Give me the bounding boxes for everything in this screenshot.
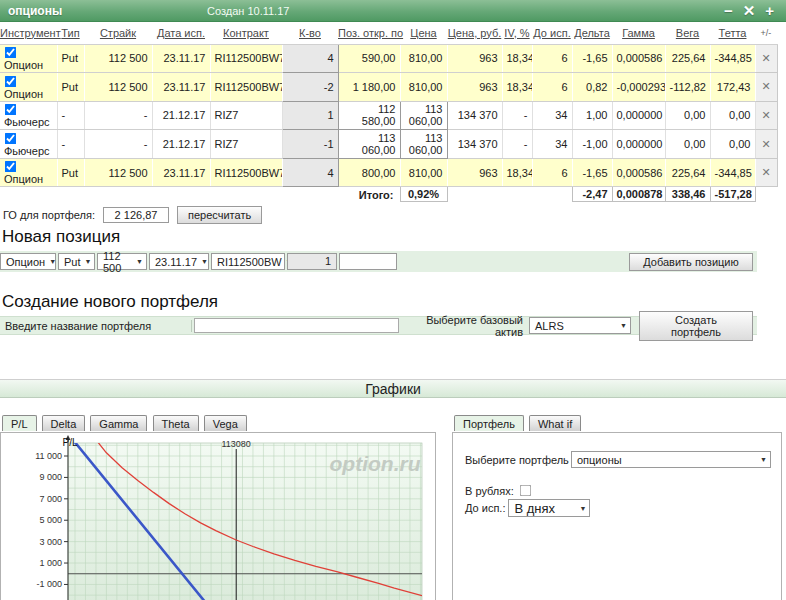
cell-open_price: 590,00 [338,44,400,73]
portfolio-name-input[interactable] [194,318,399,333]
cell-strike: 112 500 [84,158,152,187]
chevron-down-icon: ▼ [49,258,56,265]
created-date: Создан 10.11.17 [207,5,289,17]
contract-select[interactable]: RI112500BW▼ [211,253,285,270]
col-open-price[interactable]: Поз. откр. по [338,22,400,44]
delete-row-icon[interactable]: ✕ [755,101,777,130]
create-portfolio-button[interactable]: Создать портфель [639,311,753,341]
quantity-field[interactable]: 1 [287,253,337,270]
chart-title: P/L [62,437,77,448]
col-vega[interactable]: Вега [665,22,710,44]
cell-days: 6 [532,44,572,73]
cell-gamma: 0,000000 [612,130,665,159]
rubles-checkbox[interactable] [519,485,531,497]
open-price-field[interactable] [339,253,397,270]
col-price-rub[interactable]: Цена, руб. [447,22,502,44]
cell-type: - [57,130,84,159]
tab-theta[interactable]: Theta [153,415,199,431]
chevron-down-icon: ▼ [85,258,92,265]
table-row: ОпционPut112 50023.11.17RI112500BW7D-21 … [0,73,777,102]
base-asset-select[interactable]: ALRS▼ [529,317,631,334]
svg-text:9 000: 9 000 [39,473,62,483]
margin-label: ГО для портфеля: [3,209,95,221]
cell-iv: - [502,130,532,159]
row-checkbox[interactable] [5,104,17,116]
cell-vega: 225,64 [665,44,710,73]
close-icon[interactable]: ✕ [743,2,756,19]
svg-text:7 000: 7 000 [39,494,62,504]
instrument-select[interactable]: Опцион▼ [0,253,56,270]
tab-delta[interactable]: Delta [42,415,86,431]
cell-exp_date: 23.11.17 [152,73,210,102]
cell-vega: 0,00 [665,130,710,159]
cell-vega: 0,00 [665,101,710,130]
cell-strike: - [84,101,152,130]
col-instrument[interactable]: Инструмент [0,22,57,44]
cell-qty: 1 [282,101,338,130]
strike-select[interactable]: 112 500▼ [97,253,147,270]
col-delta[interactable]: Дельта [572,22,612,44]
margin-value-field[interactable]: 2 126,87 [103,207,169,223]
portfolio-select[interactable]: опционы▼ [571,451,771,468]
add-position-button[interactable]: Добавить позицию [629,253,753,271]
delete-row-icon[interactable]: ✕ [755,158,777,187]
cell-iv: - [502,101,532,130]
cell-vega: -112,82 [665,73,710,102]
tab-gamma[interactable]: Gamma [90,415,147,431]
portfolio-panel: Портфель What if Выберите портфель опцио… [452,415,782,600]
row-checkbox[interactable] [5,161,17,173]
cell-days: 34 [532,101,572,130]
col-qty[interactable]: К-во [282,22,338,44]
cell-type: Put [57,158,84,187]
col-contract[interactable]: Контракт [210,22,282,44]
col-days[interactable]: До исп. [532,22,572,44]
minimize-icon[interactable]: − [724,2,733,19]
cell-delta: -1,00 [572,130,612,159]
cell-gamma: 0,000586 [612,44,665,73]
totals-theta: -517,28 [710,187,755,202]
col-exp-date[interactable]: Дата исп. [152,22,210,44]
base-asset-label: Выберите базовый актив [401,314,529,338]
pl-chart-svg: option.ru11308011 0009 0007 0005 0003 00… [1,433,435,600]
cell-contract: RI112500BW7D [210,73,282,102]
margin-row: ГО для портфеля: 2 126,87 пересчитать [3,206,786,224]
watermark: option.ru [330,452,421,475]
type-select[interactable]: Put▼ [58,253,95,270]
delete-row-icon[interactable]: ✕ [755,44,777,73]
tab-pl[interactable]: P/L [2,415,37,431]
col-theta[interactable]: Тетта [710,22,755,44]
recalculate-button[interactable]: пересчитать [177,206,262,224]
cell-vega: 225,64 [665,158,710,187]
cell-iv: 18,34 [502,44,532,73]
col-strike[interactable]: Страйк [84,22,152,44]
col-type[interactable]: Тип [57,22,84,44]
tab-what-if[interactable]: What if [529,415,581,431]
add-icon[interactable]: + [765,2,774,19]
new-position-heading: Новая позиция [2,227,786,247]
svg-text:-1 000: -1 000 [36,580,62,590]
cell-open_price: 112 580,00 [338,101,400,130]
days-select[interactable]: В днях▼ [508,499,590,517]
price-marker-label: 113080 [222,439,251,449]
cell-exp_date: 23.11.17 [152,158,210,187]
portfolio-panel-body: Выберите портфель опционы▼ В рублях: До … [452,432,782,600]
delete-row-icon[interactable]: ✕ [755,130,777,159]
cell-exp_date: 21.12.17 [152,101,210,130]
col-iv[interactable]: IV, % [502,22,532,44]
cell-open_price: 800,00 [338,158,400,187]
tab-vega[interactable]: Vega [204,415,247,431]
exp-date-select[interactable]: 23.11.17▼ [149,253,209,270]
cell-instrument: Опцион [0,44,57,73]
delete-row-icon[interactable]: ✕ [755,73,777,102]
totals-gamma: 0,000878 [612,187,665,202]
row-checkbox[interactable] [5,75,17,87]
cell-days: 6 [532,73,572,102]
row-checkbox[interactable] [5,47,17,59]
totals-price-pct: 0,92% [400,187,447,202]
row-checkbox[interactable] [5,133,17,145]
col-price[interactable]: Цена [400,22,447,44]
charts-panels: P/L Delta Gamma Theta Vega option.ru1130… [0,415,786,600]
tab-portfolio[interactable]: Портфель [454,415,524,431]
portfolio-name-label: Введите название портфеля [0,320,192,332]
col-gamma[interactable]: Гамма [612,22,665,44]
